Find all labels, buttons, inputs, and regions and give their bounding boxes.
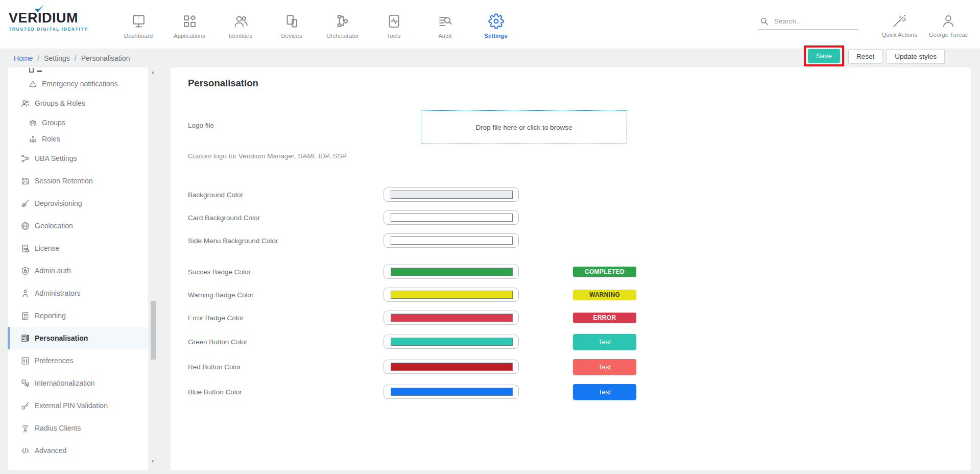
brand-tagline: TRUSTED DIGITAL IDENTITY (9, 27, 100, 32)
nav-item-identities[interactable]: Identities (215, 0, 266, 49)
logo-checkmark-icon (34, 4, 45, 13)
nav-item-applications[interactable]: Applications (164, 0, 215, 49)
sidebar-item-reporting[interactable]: Reporting (8, 304, 148, 327)
global-search (758, 14, 858, 30)
breadcrumb-home-link[interactable]: Home (14, 54, 33, 62)
license-doc-icon (20, 244, 30, 253)
main-nav: DashboardApplicationsIdentitiesDevicesOr… (113, 0, 521, 49)
sidebar-item-label: Groups (42, 118, 65, 127)
sidebar-item-license[interactable]: License (8, 237, 148, 259)
sidebar-item-admin-auth[interactable]: Admin auth (8, 259, 148, 282)
sidebar-item-radius-clients[interactable]: Radius Clients (8, 417, 148, 439)
nav-item-tools[interactable]: Tools (368, 0, 419, 49)
key-icon (20, 401, 30, 411)
color-field-row-error-badge-color: Error Badge ColorERROR (188, 309, 971, 327)
sidebar-item-deprovisioning[interactable]: Deprovisioning (8, 192, 148, 215)
preferences-panel-icon (20, 356, 30, 366)
sidebar-item-uba-settings[interactable]: UBA Settings (8, 147, 148, 170)
scroll-down-arrow[interactable]: ▼ (151, 460, 155, 464)
color-swatch-value (391, 268, 513, 276)
color-swatch-input-error-badge-color[interactable] (384, 311, 519, 325)
page-actions: Save Reset Update styles (804, 48, 945, 66)
sidebar-item-personalisation[interactable]: Personalisation (8, 327, 148, 349)
sidebar-item-roles[interactable]: Roles (8, 131, 148, 147)
search-input[interactable] (774, 17, 846, 25)
user-menu[interactable]: George Tureac (924, 11, 973, 38)
sidebar-item-label: External PIN Validation (35, 401, 108, 410)
veridium-logo[interactable]: VERIDIUM TRUSTED DIGITAL IDENTITY (0, 0, 100, 49)
sidebar-item-internationalization[interactable]: Internationalization (8, 372, 148, 394)
color-swatch-input-blue-button-color[interactable] (384, 385, 519, 399)
sidebar-item-label: Groups & Roles (35, 99, 85, 107)
broadcast-person-icon (20, 423, 30, 433)
clipped-icon-fragment (29, 68, 34, 73)
quick-actions-button[interactable]: Quick Actions (875, 11, 924, 38)
color-swatch-input-background-color[interactable] (384, 187, 519, 202)
nav-item-label: Audit (438, 33, 451, 39)
preview-cell: Test (573, 334, 636, 350)
color-swatch-input-succes-badge-color[interactable] (384, 265, 519, 279)
scroll-up-arrow[interactable]: ▲ (151, 70, 155, 75)
preview-cell: COMPLETED (573, 267, 636, 277)
clipped-menu-item (8, 69, 148, 76)
nav-item-devices[interactable]: Devices (266, 0, 317, 49)
quick-actions-label: Quick Actions (881, 32, 917, 38)
color-swatch-input-warning-badge-color[interactable] (384, 288, 519, 302)
nav-item-audit[interactable]: Audit (419, 0, 470, 49)
nav-item-orchestrator[interactable]: Orchestrator (317, 0, 368, 49)
sidebar-item-preferences[interactable]: Preferences (8, 349, 148, 372)
breadcrumb: Home / Settings / Personalisation (14, 54, 130, 62)
nav-item-dashboard[interactable]: Dashboard (113, 0, 164, 49)
sidebar-item-label: Internationalization (35, 379, 95, 387)
color-field-label: Warning Badge Color (188, 291, 384, 299)
reset-button[interactable]: Reset (848, 49, 882, 64)
save-button[interactable]: Save (808, 49, 840, 63)
breadcrumb-settings-link[interactable]: Settings (44, 54, 70, 62)
test-button-preview-red-button-color[interactable]: Test (573, 359, 636, 375)
sidebar-item-groups-roles[interactable]: Groups & Roles (8, 92, 148, 114)
shield-lock-icon (20, 266, 30, 276)
test-button-preview-blue-button-color[interactable]: Test (573, 384, 636, 400)
sidebar-item-administrators[interactable]: Administrators (8, 282, 148, 304)
broom-icon (20, 199, 30, 208)
color-swatch-value (391, 314, 513, 322)
sidebar-item-emergency-notifications[interactable]: Emergency notifications (8, 76, 148, 92)
color-field-row-succes-badge-color: Succes Badge ColorCOMPLETED (188, 263, 971, 281)
globe-icon (20, 221, 30, 231)
logo-file-label: Logo file (188, 110, 421, 144)
test-button-preview-green-button-color[interactable]: Test (573, 334, 636, 350)
color-swatch-input-side-menu-background-color[interactable] (384, 233, 519, 248)
update-styles-button[interactable]: Update styles (887, 49, 945, 64)
sidebar-item-label: License (35, 244, 59, 252)
color-swatch-value (391, 236, 513, 245)
color-swatch-input-card-background-color[interactable] (384, 210, 519, 225)
nav-item-label: Tools (387, 33, 401, 39)
page-title: Personalisation (188, 78, 971, 89)
logo-dropzone[interactable]: Drop file here or click to browse (421, 110, 627, 144)
preview-cell: Test (573, 384, 636, 400)
preview-cell: Test (573, 359, 636, 375)
color-field-label: Blue Button Color (188, 388, 384, 396)
sidebar-item-label: Advanced (35, 446, 66, 455)
sidebar-item-label: Deprovisioning (35, 199, 82, 207)
share-nodes-icon (20, 154, 30, 163)
color-swatch-value (391, 191, 513, 199)
color-swatch-value (391, 214, 513, 222)
scrollbar-thumb[interactable] (151, 301, 156, 360)
breadcrumb-separator: / (75, 54, 77, 62)
color-swatch-input-red-button-color[interactable] (384, 360, 519, 374)
user-name-label: George Tureac (929, 32, 968, 38)
sidebar-item-label: Admin auth (35, 267, 71, 275)
group-icon (29, 118, 37, 127)
sidebar-item-advanced[interactable]: Advanced (8, 439, 148, 462)
warning-triangle-icon (29, 80, 37, 88)
sidebar-item-geolocation[interactable]: Geolocation (8, 215, 148, 237)
breadcrumb-current-page: Personalisation (81, 54, 130, 62)
sidebar-item-external-pin-validation[interactable]: External PIN Validation (8, 394, 148, 417)
color-swatch-input-green-button-color[interactable] (384, 335, 519, 349)
nav-item-label: Settings (484, 33, 507, 39)
nav-item-settings[interactable]: Settings (470, 0, 521, 49)
sidebar-item-session-retention[interactable]: Session Retention (8, 170, 148, 192)
sidebar-item-groups[interactable]: Groups (8, 114, 148, 131)
color-swatch-value (391, 338, 513, 346)
